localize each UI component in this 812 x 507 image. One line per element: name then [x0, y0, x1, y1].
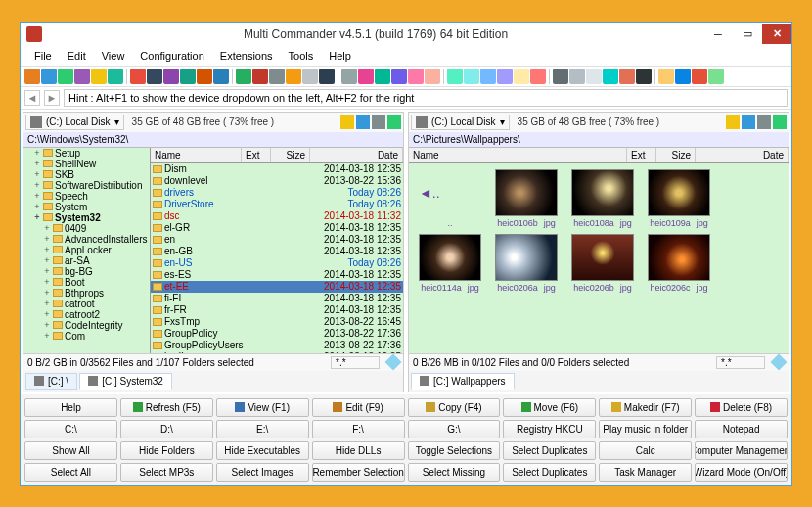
parent-folder-thumb[interactable]: ◄....	[415, 169, 485, 228]
toolbar-icon-34[interactable]	[619, 69, 635, 84]
file-row[interactable]: el-GR2014-03-18 12:35	[151, 222, 403, 234]
cmd-button[interactable]: Refresh (F5)	[120, 398, 213, 417]
toolbar-icon-12[interactable]	[236, 69, 251, 84]
close-button[interactable]: ✕	[762, 24, 791, 44]
tree-item[interactable]: +SoftwareDistribution	[23, 180, 150, 191]
toolbar-icon-17[interactable]	[319, 69, 335, 84]
layout-icon[interactable]	[757, 115, 771, 129]
cmd-button[interactable]: Show All	[24, 441, 117, 460]
cmd-button[interactable]: Registry HKCU	[503, 420, 596, 438]
file-row[interactable]: GroupPolicy2013-08-22 17:36	[151, 328, 403, 340]
file-row[interactable]: downlevel2013-08-22 15:36	[151, 175, 403, 187]
toolbar-icon-11[interactable]	[213, 69, 229, 84]
cmd-button[interactable]: Edit (F9)	[312, 398, 405, 417]
refresh-icon[interactable]	[742, 115, 755, 129]
right-filter-box[interactable]: *.*	[716, 356, 765, 369]
tree-toggle-icon[interactable]	[773, 115, 787, 129]
cmd-button[interactable]: Makedir (F7)	[599, 398, 692, 417]
col-name-header[interactable]: Name	[151, 148, 242, 162]
cmd-button[interactable]: Hide DLLs	[312, 441, 405, 460]
toolbar-icon-28[interactable]	[514, 69, 529, 84]
file-row[interactable]: en-USToday 08:26	[151, 257, 403, 269]
thumbnail-item[interactable]: heic0114ajpg	[415, 234, 485, 293]
cmd-button[interactable]: Toggle Selections	[408, 441, 501, 460]
file-row[interactable]: en-GB2014-03-18 12:35	[151, 246, 403, 257]
cmd-button[interactable]: Select MP3s	[120, 463, 213, 482]
cmd-button[interactable]: Computer Management	[695, 441, 788, 460]
cmd-button[interactable]: Task Manager	[599, 463, 692, 482]
tree-item[interactable]: +System	[23, 202, 150, 212]
tree-item[interactable]: +AdvancedInstallers	[23, 234, 150, 245]
cmd-button[interactable]: Calc	[599, 441, 692, 460]
maximize-button[interactable]: ▭	[733, 24, 762, 44]
cmd-button[interactable]: G:\	[408, 420, 501, 438]
cmd-button[interactable]: Select Duplicates	[503, 441, 596, 460]
toolbar-icon-14[interactable]	[269, 69, 285, 84]
cmd-button[interactable]: Play music in folder	[599, 420, 692, 438]
thumbnail-item[interactable]: heic0206bjpg	[567, 234, 638, 293]
layout-icon[interactable]	[372, 115, 385, 129]
star-icon[interactable]	[340, 115, 354, 129]
tree-toggle-icon[interactable]	[387, 115, 401, 129]
file-row[interactable]: fi-FI2014-03-18 12:35	[151, 293, 403, 304]
nav-forward-button[interactable]: ►	[44, 90, 60, 106]
star-icon[interactable]	[726, 115, 740, 129]
tree-item[interactable]: +Setup	[23, 148, 150, 159]
file-row[interactable]: fr-FR2014-03-18 12:35	[151, 304, 403, 316]
right-thumbnail-grid[interactable]: ◄....heic0106bjpgheic0108ajpgheic0109ajp…	[409, 163, 789, 353]
toolbar-icon-1[interactable]	[41, 69, 57, 84]
toolbar-icon-36[interactable]	[658, 69, 674, 84]
left-folder-tree[interactable]: +Setup+ShellNew+SKB+SoftwareDistribution…	[23, 148, 151, 353]
toolbar-icon-23[interactable]	[425, 69, 440, 84]
left-list-body[interactable]: Dism2014-03-18 12:35downlevel2013-08-22 …	[151, 163, 403, 353]
tree-item[interactable]: +catroot2	[23, 309, 150, 320]
nav-back-button[interactable]: ◄	[24, 90, 40, 106]
cmd-button[interactable]: Notepad	[695, 420, 788, 438]
pane-tab[interactable]: [C:] \	[25, 373, 77, 390]
toolbar-icon-10[interactable]	[197, 69, 212, 84]
toolbar-icon-32[interactable]	[586, 69, 602, 84]
toolbar-icon-7[interactable]	[147, 69, 162, 84]
file-row[interactable]: Dism2014-03-18 12:35	[151, 163, 403, 175]
cmd-button[interactable]: D:\	[120, 420, 213, 438]
tree-item[interactable]: +0409	[23, 223, 150, 234]
cmd-button[interactable]: Select Missing	[408, 463, 501, 482]
left-path[interactable]: C:\Windows\System32\	[23, 132, 403, 148]
filter-diamond-icon[interactable]	[385, 354, 402, 371]
minimize-button[interactable]: ─	[703, 24, 733, 44]
toolbar-icon-38[interactable]	[692, 69, 707, 84]
filter-diamond-icon[interactable]	[771, 354, 788, 371]
toolbar-icon-16[interactable]	[302, 69, 318, 84]
toolbar-icon-30[interactable]	[553, 69, 568, 84]
cmd-button[interactable]: Move (F6)	[503, 398, 596, 417]
col-size-header[interactable]: Size	[656, 148, 696, 162]
tree-item[interactable]: +SKB	[23, 169, 150, 180]
right-drive-selector[interactable]: (C:) Local Disk ▾	[411, 115, 510, 130]
thumbnail-item[interactable]: heic0206cjpg	[644, 234, 714, 293]
toolbar-icon-15[interactable]	[286, 69, 301, 84]
cmd-button[interactable]: F:\	[312, 420, 405, 438]
file-row[interactable]: FxsTmp2013-08-22 16:45	[151, 316, 403, 328]
pane-tab[interactable]: [C:] System32	[79, 373, 172, 390]
left-filter-box[interactable]: *.*	[331, 356, 380, 369]
file-row[interactable]: es-ES2014-03-18 12:35	[151, 269, 403, 281]
tree-item[interactable]: +catroot	[23, 299, 150, 309]
thumbnail-item[interactable]: heic0108ajpg	[567, 169, 638, 228]
right-path[interactable]: C:\Pictures\Wallpappers\	[409, 132, 789, 148]
toolbar-icon-20[interactable]	[375, 69, 390, 84]
toolbar-icon-4[interactable]	[91, 69, 107, 84]
cmd-button[interactable]: Remember Selection	[312, 463, 405, 482]
thumbnail-item[interactable]: heic0106bjpg	[491, 169, 562, 228]
file-row[interactable]: et-EE2014-03-18 12:35	[151, 281, 403, 293]
cmd-button[interactable]: Help	[24, 398, 117, 417]
toolbar-icon-2[interactable]	[58, 69, 73, 84]
toolbar-icon-39[interactable]	[708, 69, 724, 84]
toolbar-icon-37[interactable]	[675, 69, 691, 84]
toolbar-icon-8[interactable]	[163, 69, 179, 84]
menu-help[interactable]: Help	[321, 48, 359, 64]
menu-edit[interactable]: Edit	[60, 48, 94, 64]
toolbar-icon-6[interactable]	[130, 69, 146, 84]
toolbar-icon-5[interactable]	[108, 69, 123, 84]
cmd-button[interactable]: View (F1)	[216, 398, 309, 417]
cmd-button[interactable]: Wizard Mode (On/Off)	[695, 463, 788, 482]
